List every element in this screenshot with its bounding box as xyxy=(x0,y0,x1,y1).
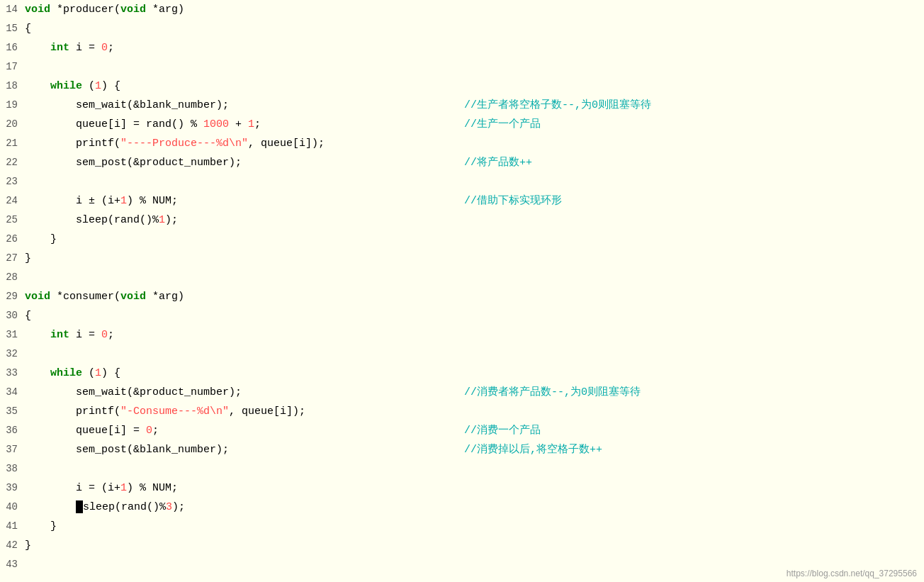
token: sleep(rand()% xyxy=(83,501,166,513)
token: i = xyxy=(69,42,101,54)
line-number: 19 xyxy=(0,96,25,115)
code-line: 18 while (1) { xyxy=(0,77,924,96)
line-content: queue[i] = rand() % 1000 + 1;//生产一个产品 xyxy=(25,115,924,134)
token: ) { xyxy=(101,367,120,379)
text-cursor xyxy=(76,500,83,513)
token: 1 xyxy=(95,80,101,92)
code-line: 19 sem_wait(&blank_number);//生产者将空格子数--,… xyxy=(0,96,924,115)
line-number: 43 xyxy=(0,555,25,574)
code-line: 33 while (1) { xyxy=(0,364,924,383)
line-number: 20 xyxy=(0,115,25,134)
code-segment: } xyxy=(25,539,31,552)
token: printf( xyxy=(25,138,120,150)
token: { xyxy=(25,23,31,35)
token: ) % NUM; xyxy=(127,482,178,494)
token: int xyxy=(50,42,69,54)
token: while xyxy=(50,80,82,92)
line-number: 14 xyxy=(0,0,25,19)
line-content: } xyxy=(25,249,924,268)
token: 1 xyxy=(248,118,254,130)
code-line: 25 sleep(rand()%1); xyxy=(0,211,924,230)
token: ); xyxy=(165,214,178,226)
token: } xyxy=(25,233,57,245)
code-comment: //消费一个产品 xyxy=(464,421,541,440)
token: (i+ xyxy=(95,195,120,207)
code-line: 27} xyxy=(0,249,924,268)
watermark: https://blog.csdn.net/qq_37295566 xyxy=(787,569,917,578)
token: ) % NUM; xyxy=(127,195,178,207)
line-number: 32 xyxy=(0,345,25,364)
line-content: sem_post(&blank_number);//消费掉以后,将空格子数++ xyxy=(25,440,924,459)
token xyxy=(25,501,76,513)
line-content: void *consumer(void *arg) xyxy=(25,287,924,306)
token: 1 xyxy=(159,214,165,226)
code-comment: //消费掉以后,将空格子数++ xyxy=(464,440,602,459)
token: *arg) xyxy=(146,4,184,16)
line-number: 29 xyxy=(0,287,25,306)
code-line: 41 } xyxy=(0,517,924,536)
code-segment: sem_post(&product_number); xyxy=(25,157,242,169)
token: sem_wait(&blank_number); xyxy=(25,99,229,111)
token: 1 xyxy=(120,195,127,207)
token xyxy=(25,42,50,54)
code-line: 34 sem_wait(&product_number);//消费者将产品数--… xyxy=(0,383,924,402)
token: } xyxy=(25,520,57,532)
code-segment: } xyxy=(25,520,57,532)
code-line: 28 xyxy=(0,268,924,287)
line-number: 26 xyxy=(0,230,25,249)
token: sleep(rand()% xyxy=(25,214,159,226)
code-line: 36 queue[i] = 0;//消费一个产品 xyxy=(0,421,924,440)
line-number: 15 xyxy=(0,19,25,38)
token: ) { xyxy=(101,80,120,92)
code-segment: sem_post(&blank_number); xyxy=(25,444,229,456)
token: ; xyxy=(108,42,114,54)
code-segment: sem_wait(&product_number); xyxy=(25,386,242,398)
line-number: 36 xyxy=(0,421,25,440)
token: 1 xyxy=(120,482,127,494)
line-content: printf("-Consume---%d\n", queue[i]); xyxy=(25,402,924,421)
token: } xyxy=(25,539,31,552)
line-content: int i = 0; xyxy=(25,38,924,57)
line-number: 25 xyxy=(0,211,25,230)
line-number: 30 xyxy=(0,306,25,325)
token: *arg) xyxy=(146,291,184,303)
line-number: 27 xyxy=(0,249,25,268)
line-content: sleep(rand()%3); xyxy=(25,498,924,517)
token: ); xyxy=(172,501,185,513)
line-number: 24 xyxy=(0,191,25,211)
line-number: 35 xyxy=(0,402,25,421)
token: 0 xyxy=(101,329,108,341)
token: ± xyxy=(89,195,95,207)
line-content: int i = 0; xyxy=(25,325,924,345)
code-segment: void *producer(void *arg) xyxy=(25,4,184,16)
code-segment: } xyxy=(25,233,57,245)
token: } xyxy=(25,252,31,264)
code-line: 37 sem_post(&blank_number);//消费掉以后,将空格子数… xyxy=(0,440,924,459)
line-content: } xyxy=(25,536,924,555)
token: sem_wait(&product_number); xyxy=(25,386,242,398)
line-content: i = (i+1) % NUM; xyxy=(25,479,924,498)
token: ( xyxy=(82,80,95,92)
token: + xyxy=(229,118,248,130)
token: ; xyxy=(108,329,114,341)
code-line: 20 queue[i] = rand() % 1000 + 1;//生产一个产品 xyxy=(0,115,924,134)
code-segment: printf("-Consume---%d\n", queue[i]); xyxy=(25,405,305,418)
token: i = (i+ xyxy=(25,482,120,494)
code-segment: printf("----Produce---%d\n", queue[i]); xyxy=(25,138,325,150)
token: 0 xyxy=(146,425,152,437)
token: 1 xyxy=(95,367,101,379)
line-number: 23 xyxy=(0,172,25,191)
line-content: { xyxy=(25,19,924,38)
code-line: 42} xyxy=(0,536,924,555)
token: "----Produce---%d\n" xyxy=(120,138,248,150)
line-number: 34 xyxy=(0,383,25,402)
code-comment: //生产者将空格子数--,为0则阻塞等待 xyxy=(464,96,651,115)
line-number: 33 xyxy=(0,364,25,383)
token: 3 xyxy=(166,501,172,513)
code-comment: //借助下标实现环形 xyxy=(464,191,562,211)
token: int xyxy=(50,329,69,341)
code-comment: //将产品数++ xyxy=(464,153,532,172)
token: while xyxy=(50,367,82,379)
token: void xyxy=(25,291,50,303)
line-content: while (1) { xyxy=(25,77,924,96)
